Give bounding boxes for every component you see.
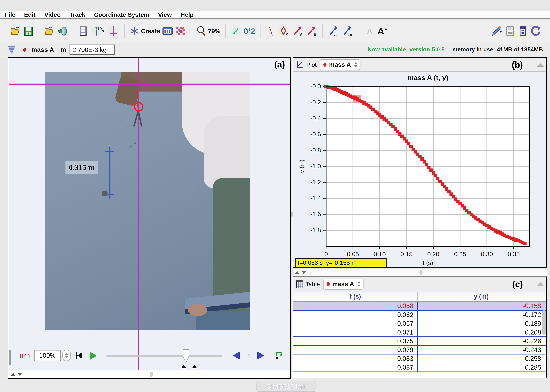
velocity-vector-button[interactable]: v <box>292 24 304 38</box>
notes-button[interactable] <box>505 24 515 38</box>
cell-t[interactable]: 0.058 <box>293 302 418 310</box>
menu-video[interactable]: Video <box>44 11 61 18</box>
calibration-stick[interactable] <box>109 151 111 195</box>
x-axis-line[interactable] <box>9 84 290 84</box>
table-row[interactable]: 0.067-0.189 <box>293 319 546 328</box>
cell-t[interactable]: 0.083 <box>293 355 418 363</box>
paths-trails-button[interactable] <box>231 24 242 38</box>
clip-out-marker[interactable] <box>192 364 197 368</box>
table-row[interactable]: 0.083-0.258 <box>293 355 546 363</box>
acceleration-vector-button[interactable]: a <box>306 24 317 38</box>
cell-y[interactable]: -0.158 <box>418 302 545 310</box>
table-row[interactable]: 0.058-0.158 <box>293 302 546 311</box>
refresh-button[interactable] <box>530 24 541 38</box>
ghost-frames-button[interactable]: a <box>175 24 186 38</box>
menu-view[interactable]: View <box>158 11 172 18</box>
selected-point-marker-icon[interactable] <box>134 102 143 112</box>
create-button[interactable]: Create <box>130 24 160 38</box>
cell-y[interactable]: -0.243 <box>418 346 545 354</box>
cell-t[interactable]: 0.075 <box>293 337 418 345</box>
table-scrollbar[interactable] <box>542 302 546 372</box>
axis-tick-mark[interactable] <box>146 80 148 91</box>
step-back-button[interactable] <box>233 352 240 359</box>
table-row[interactable]: 0.071-0.208 <box>293 328 546 337</box>
save-button[interactable] <box>23 24 34 38</box>
table-collapse-button[interactable] <box>537 282 544 286</box>
cell-t[interactable]: 0.087 <box>293 363 418 371</box>
clip-in-marker[interactable] <box>181 364 186 368</box>
desktop-window-button[interactable] <box>517 24 528 38</box>
plot-icon[interactable] <box>296 61 304 69</box>
collapse-down-icon[interactable] <box>18 373 22 376</box>
play-button[interactable] <box>90 352 97 360</box>
menu-edit[interactable]: Edit <box>24 11 35 18</box>
track-filter-icon[interactable] <box>8 46 15 54</box>
loop-button[interactable] <box>275 350 283 359</box>
calibration-length-label[interactable]: 0.315 m <box>65 161 98 174</box>
calibration-stick-end-icon[interactable] <box>109 190 111 198</box>
track-control-button[interactable]: 10 <box>91 24 105 38</box>
clip-settings-button[interactable] <box>78 24 89 38</box>
splitter-handle-icon[interactable] <box>419 270 423 275</box>
plot-chart[interactable]: -0.0-0.2-0.4-0.6-0.8-1.0-1.2-1.4-1.6-1.8… <box>293 72 546 266</box>
table-row[interactable]: 0.079-0.243 <box>293 346 546 355</box>
font-smaller-button[interactable]: A <box>364 24 375 38</box>
table-row[interactable]: 0.075-0.226 <box>293 337 546 346</box>
cell-y[interactable]: -0.208 <box>418 328 545 336</box>
player-slider-thumb[interactable] <box>183 349 189 363</box>
player-zoom-stepper[interactable] <box>62 350 71 361</box>
table-row[interactable]: 0.087-0.285 <box>293 363 546 372</box>
open-tab-file-button[interactable] <box>44 24 55 38</box>
menu-file[interactable]: File <box>5 11 15 18</box>
table-icon[interactable] <box>296 280 303 288</box>
import-video-button[interactable] <box>57 24 68 38</box>
plot-collapse-button[interactable] <box>537 63 544 67</box>
cell-y[interactable]: -0.189 <box>418 319 545 328</box>
collapse-up-icon[interactable] <box>11 373 15 376</box>
track-name-label[interactable]: mass A <box>31 46 54 54</box>
table-track-select[interactable]: mass A <box>323 279 363 289</box>
menu-track[interactable]: Track <box>70 11 85 18</box>
cell-t[interactable]: 0.062 <box>293 311 418 319</box>
multiply-vectors-button[interactable]: xm <box>341 24 354 38</box>
cell-y[interactable]: -0.258 <box>418 355 545 363</box>
strip-handle-icon[interactable] <box>150 372 153 377</box>
cell-t[interactable]: 0.071 <box>293 328 418 336</box>
table-row[interactable]: 0.062-0.172 <box>293 311 546 319</box>
open-file-button[interactable] <box>10 24 21 38</box>
font-bigger-button[interactable]: A <box>377 24 388 38</box>
column-header-t[interactable]: t (s) <box>293 292 418 301</box>
video-frame[interactable]: 0.315 m <box>45 72 250 330</box>
zoom-button[interactable]: 79% <box>196 24 220 38</box>
position-marker-button[interactable]: x <box>278 24 290 38</box>
calibration-stick-end-icon[interactable] <box>109 147 111 155</box>
cell-y[interactable]: -0.285 <box>418 363 545 371</box>
splitter-up-icon[interactable] <box>295 271 299 274</box>
menu-coordinate-system[interactable]: Coordinate System <box>94 11 149 18</box>
player-zoom-field[interactable]: 100% <box>34 350 61 361</box>
mass-value-field[interactable]: 2.700E-3 kg <box>70 45 115 55</box>
step-size-label[interactable]: 1 <box>248 352 252 360</box>
cell-y[interactable]: -0.226 <box>418 337 545 345</box>
menu-help[interactable]: Help <box>181 11 194 18</box>
frame-numbers-button[interactable]: 0¹2 <box>244 24 255 38</box>
column-header-y[interactable]: y (m) <box>418 292 545 301</box>
drawing-pencil-button[interactable] <box>490 24 502 38</box>
table-scrollbar-thumb[interactable] <box>542 310 546 335</box>
version-update-link[interactable]: Now available: version 5.0.5 <box>368 46 445 53</box>
cell-t[interactable]: 0.079 <box>293 346 418 354</box>
goto-start-button[interactable] <box>76 352 82 359</box>
player-grip[interactable] <box>9 350 11 365</box>
cell-y[interactable]: -0.172 <box>418 311 545 319</box>
step-forward-button[interactable] <box>258 352 264 359</box>
calibration-tools-button[interactable] <box>162 24 173 38</box>
trails-curve-button[interactable] <box>265 24 276 38</box>
horizontal-splitter[interactable] <box>292 269 547 276</box>
file-tab[interactable]: CIMG0174.trk <box>257 381 316 392</box>
plot-track-select[interactable]: mass A <box>320 59 360 70</box>
coordinate-axes-button[interactable] <box>107 24 119 38</box>
cell-t[interactable]: 0.067 <box>293 319 418 328</box>
stretch-vectors-button[interactable]: ↔ <box>328 24 340 38</box>
splitter-down-icon[interactable] <box>302 271 306 274</box>
player-slider-track[interactable] <box>106 355 222 357</box>
